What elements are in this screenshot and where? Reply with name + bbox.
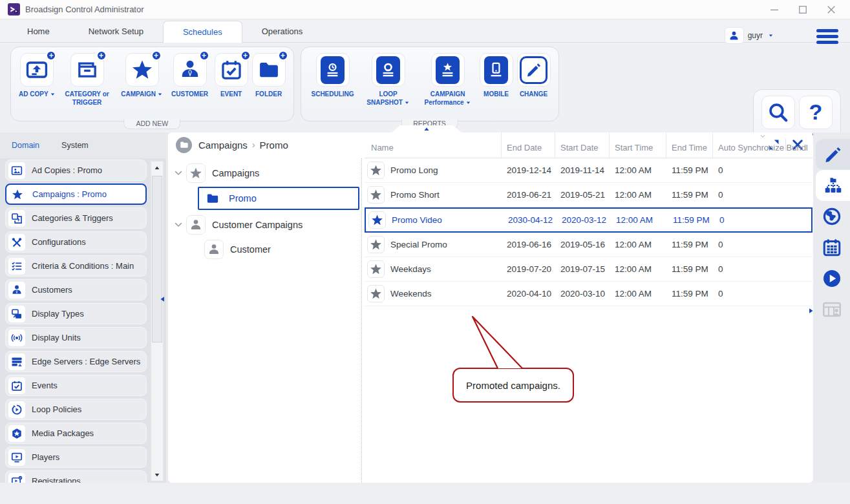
- chevron-down-icon[interactable]: [173, 168, 184, 178]
- sidebar-list: Ad Copies : Promo Campaigns : Promo Cate…: [0, 160, 148, 483]
- campaign-table: Name End Date Start Date Start Time End …: [365, 132, 813, 483]
- sidebar-item-media-packages[interactable]: Media Packages: [5, 423, 147, 444]
- sidebar-item-ad-copies[interactable]: Ad Copies : Promo: [5, 160, 147, 181]
- sidebar-item-campaigns[interactable]: Campaigns : Promo: [5, 184, 147, 205]
- star-icon: [370, 189, 382, 201]
- tab-network-setup[interactable]: Network Setup: [69, 21, 163, 42]
- column-header-start-date[interactable]: Start Date: [555, 132, 610, 158]
- sidebar-item-display-types[interactable]: Display Types: [5, 303, 147, 324]
- network-view-button[interactable]: [813, 201, 850, 232]
- tab-schedules[interactable]: Schedules: [163, 21, 242, 43]
- edit-design-button[interactable]: [816, 139, 850, 170]
- sidebar-item-loop-policies[interactable]: Loop Policies: [5, 399, 147, 420]
- sidebar-item-players[interactable]: Players: [5, 446, 147, 468]
- minimize-icon[interactable]: [769, 4, 780, 16]
- plus-badge-icon: +: [240, 50, 251, 61]
- play-icon: [822, 269, 842, 288]
- add-campaign-button[interactable]: + CAMPAIGN: [119, 53, 165, 121]
- column-header-end-date[interactable]: End Date: [502, 132, 555, 158]
- add-category-trigger-button[interactable]: + CATEGORY or TRIGGER: [59, 53, 115, 121]
- tree-node-campaigns[interactable]: Campaigns: [168, 162, 259, 184]
- scroll-down-icon[interactable]: [151, 469, 163, 480]
- breadcrumb-current[interactable]: Promo: [260, 140, 288, 151]
- scrollbar-thumb[interactable]: [152, 176, 162, 342]
- tab-operations[interactable]: Operations: [242, 21, 323, 42]
- add-customer-button[interactable]: + CUSTOMER: [169, 53, 211, 121]
- group-label-add-new: ADD NEW: [123, 119, 180, 129]
- plus-badge-icon: +: [96, 50, 107, 61]
- table-row-selected[interactable]: Promo Video 2030-04-12 2020-03-12 12:00 …: [365, 207, 813, 233]
- mobile-report-button[interactable]: MOBILE: [480, 53, 513, 121]
- folder-circle-icon: [180, 140, 189, 149]
- table-row[interactable]: Promo Long 2019-12-14 2019-11-14 12:00 A…: [365, 158, 813, 183]
- star-icon: [370, 164, 382, 176]
- report-grid-icon: [822, 300, 842, 319]
- add-event-button[interactable]: + EVENT: [215, 53, 248, 121]
- tab-home[interactable]: Home: [8, 21, 69, 42]
- main-panel: Campaigns › Promo Campaigns Promo: [168, 132, 813, 483]
- sidebar-tab-system[interactable]: System: [61, 141, 89, 150]
- sidebar-item-customers[interactable]: Customers: [5, 279, 147, 300]
- app-title: Broadsign Control Administrator: [25, 5, 144, 14]
- add-ad-copy-button[interactable]: + AD COPY: [19, 53, 56, 121]
- caret-down-icon: [157, 92, 163, 97]
- change-button[interactable]: CHANGE: [517, 53, 551, 121]
- sidebar-scrollbar[interactable]: [151, 161, 164, 481]
- add-folder-button[interactable]: + FOLDER: [252, 53, 286, 121]
- plus-badge-icon: +: [199, 50, 209, 61]
- campaign-view-button[interactable]: [816, 170, 850, 201]
- campaign-star-icon: [12, 189, 23, 200]
- table-row[interactable]: Weekdays 2019-07-20 2019-07-15 12:00 AM …: [365, 257, 813, 282]
- ribbon-group-reports: SCHEDULING LOOP SNAPSHOT CAMPAIGN Perfor…: [301, 47, 559, 121]
- maximize-icon[interactable]: [797, 4, 809, 16]
- category-trigger-icon: [76, 59, 98, 81]
- loop-snapshot-report-button[interactable]: LOOP SNAPSHOT: [361, 53, 416, 121]
- loop-policies-icon: [11, 404, 23, 415]
- sort-chevron-icon: [759, 133, 767, 140]
- calendar-icon: [822, 238, 842, 257]
- ad-copies-icon: [11, 165, 23, 176]
- tree-node-customer[interactable]: Customer: [168, 238, 271, 260]
- table-row[interactable]: Weekends 2020-04-10 2020-03-10 12:00 AM …: [365, 282, 813, 306]
- collapse-left-panel-icon[interactable]: [159, 295, 165, 304]
- column-header-start-time[interactable]: Start Time: [610, 132, 666, 158]
- status-strip: [0, 483, 850, 504]
- sidebar-item-events[interactable]: Events: [5, 375, 147, 396]
- registrations-icon: [11, 476, 23, 483]
- table-row[interactable]: Promo Short 2019-06-21 2019-05-21 12:00 …: [365, 183, 813, 207]
- table-row[interactable]: Special Promo 2019-06-16 2019-05-16 12:0…: [365, 233, 813, 257]
- search-icon: [767, 101, 789, 123]
- column-header-auto-sync[interactable]: Auto Synchronize Bundl: [713, 132, 813, 158]
- event-icon: [220, 59, 242, 81]
- sidebar-item-criteria-conditions[interactable]: Criteria & Conditions : Main: [5, 255, 147, 277]
- sidebar-item-edge-servers[interactable]: Edge Servers : Edge Servers: [5, 351, 147, 372]
- username: guyr: [748, 31, 763, 40]
- sidebar-item-categories-triggers[interactable]: Categories & Triggers: [5, 207, 147, 229]
- close-icon[interactable]: [825, 4, 837, 16]
- column-header-name[interactable]: Name: [365, 132, 502, 158]
- scroll-up-icon[interactable]: [151, 162, 163, 173]
- tree-node-promo[interactable]: Promo: [198, 187, 359, 210]
- scheduling-report-button[interactable]: SCHEDULING: [309, 53, 357, 121]
- sidebar-tab-domain[interactable]: Domain: [12, 141, 39, 150]
- campaign-performance-report-button[interactable]: CAMPAIGN Performance: [420, 53, 476, 121]
- tree-node-customer-campaigns[interactable]: Customer Campaigns: [168, 214, 303, 236]
- breadcrumb-root[interactable]: Campaigns: [198, 140, 248, 151]
- players-icon: [11, 452, 23, 463]
- column-header-end-time[interactable]: End Time: [666, 132, 713, 158]
- event-icon: [11, 380, 23, 392]
- collapse-right-panel-icon[interactable]: [808, 306, 814, 315]
- criteria-conditions-icon: [11, 260, 23, 272]
- report-loop-snapshot-icon: [379, 61, 397, 79]
- playback-view-button[interactable]: [813, 263, 850, 294]
- sidebar-item-display-units[interactable]: Display Units: [5, 327, 147, 348]
- star-icon: [371, 214, 383, 226]
- sidebar-item-registrations[interactable]: Registrations: [5, 470, 147, 483]
- sidebar-item-configurations[interactable]: Configurations: [5, 231, 147, 253]
- chevron-down-icon[interactable]: [173, 220, 184, 230]
- report-scheduling-icon: [324, 61, 341, 79]
- caret-down-icon: [465, 100, 471, 105]
- user-menu[interactable]: guyr: [725, 27, 774, 44]
- hamburger-menu-icon[interactable]: [816, 29, 838, 44]
- schedule-view-button[interactable]: [813, 232, 850, 263]
